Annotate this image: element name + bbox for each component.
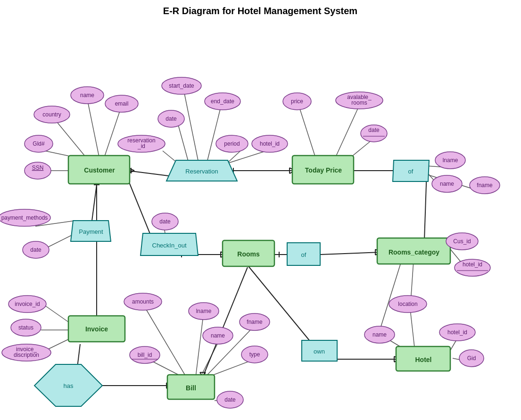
svg-text:date: date [165,115,177,122]
svg-text:start_date: start_date [169,82,194,89]
svg-text:SSN: SSN [32,165,44,171]
svg-line-20 [299,107,316,159]
customer-label: Customer [84,166,115,174]
hotel-label: Hotel [415,356,432,363]
bill-label: Bill [186,384,196,392]
svg-text:hotel_id: hotel_id [463,261,482,268]
svg-text:date: date [159,218,171,225]
invoice-label: Invoice [85,325,108,333]
svg-text:end_date: end_date [211,98,234,105]
reservation-label: Reservation [185,168,218,175]
svg-text:status: status [18,324,33,331]
svg-text:hotel_id: hotel_id [260,140,280,147]
svg-text:Gid: Gid [467,355,476,362]
svg-text:name: name [80,92,94,99]
svg-text:Gld#: Gld# [33,140,45,147]
svg-text:date: date [224,396,236,403]
svg-text:date: date [368,127,380,133]
svg-text:amounts: amounts [132,298,154,305]
svg-line-16 [178,125,189,163]
svg-line-15 [207,107,221,160]
of1-label: of [408,168,413,175]
svg-text:name: name [372,331,387,338]
svg-text:location: location [398,301,417,307]
diagram-title: E-R Diagram for Hotel Management System [163,6,357,16]
svg-text:payment_methods: payment_methods [1,214,48,221]
of2-label: of [301,251,306,258]
svg-line-1 [104,110,120,159]
svg-text:period: period [224,140,240,147]
svg-line-36 [92,185,97,221]
svg-text:email: email [115,100,129,107]
has-label: has [64,382,74,389]
svg-line-53 [144,305,186,377]
svg-line-14 [184,91,198,160]
svg-line-21 [335,107,358,159]
todayprice-label: Today Price [305,166,342,174]
checkinout-label: CheckIn_out [152,242,187,249]
svg-text:Cus_id: Cus_id [453,238,471,245]
svg-text:hotel_id: hotel_id [447,329,467,336]
svg-text:lname: lname [196,308,212,314]
svg-text:fname: fname [477,182,493,189]
svg-text:name: name [211,332,225,339]
svg-text:price: price [291,98,303,105]
svg-line-54 [196,320,203,377]
payment-label: Payment [79,228,103,235]
own-label: own [314,348,325,355]
svg-text:lname: lname [443,157,458,164]
svg-text:date: date [30,247,41,253]
svg-line-67 [320,252,381,255]
svg-text:rooms: rooms [351,99,367,106]
svg-text:discription: discription [14,352,39,358]
svg-line-0 [87,99,99,159]
svg-text:bill_id: bill_id [138,352,152,358]
svg-text:fname: fname [247,319,263,325]
svg-line-57 [207,360,252,377]
svg-text:invoice_id: invoice_id [15,301,40,307]
svg-text:name: name [440,181,454,187]
svg-text:_id: _id [137,143,145,149]
svg-line-2 [57,122,87,159]
rooms-label: Rooms [237,250,260,258]
svg-line-84 [248,266,318,351]
svg-text:country: country [42,111,61,118]
roomscategoy-label: Rooms_categoy [389,248,439,256]
svg-line-76 [410,309,415,351]
svg-text:type: type [249,351,260,358]
